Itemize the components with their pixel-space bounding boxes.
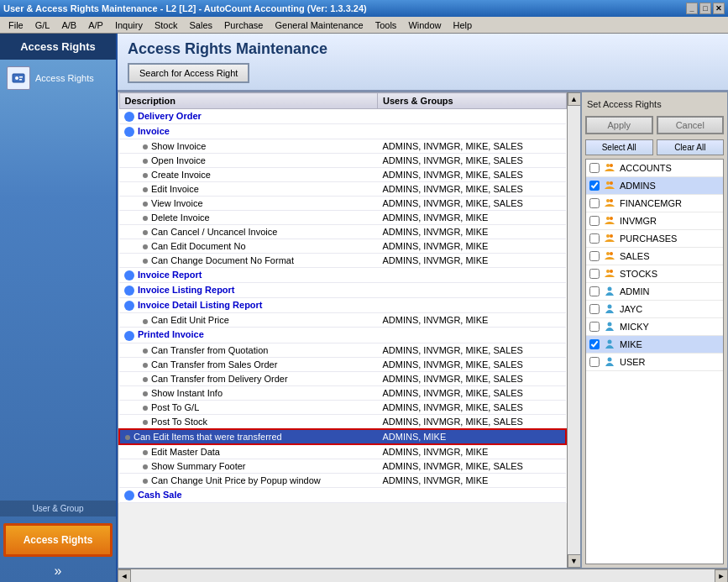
- table-row[interactable]: Can Transfer from Delivery OrderADMINS, …: [119, 371, 566, 385]
- row-users: ADMINS, INVMGR, MIKE, SALES: [377, 197, 566, 211]
- user-checkbox-stocks[interactable]: [589, 269, 600, 279]
- table-row[interactable]: Can Edit Items that were transferredADMI…: [119, 429, 566, 444]
- table-row[interactable]: Show Instant InfoADMINS, INVMGR, MIKE, S…: [119, 385, 566, 400]
- user-checkbox-invmgr[interactable]: [589, 216, 600, 226]
- menu-item-inquiry[interactable]: Inquiry: [110, 18, 148, 32]
- menu-item-stock[interactable]: Stock: [149, 18, 183, 32]
- menu-item-a/p[interactable]: A/P: [83, 18, 108, 32]
- row-description: Can Transfer from Delivery Order: [119, 371, 377, 385]
- scroll-up-btn[interactable]: ▲: [568, 92, 581, 106]
- row-description: Post To Stock: [119, 414, 377, 429]
- select-all-btn[interactable]: Select All: [585, 139, 653, 155]
- menu-item-tools[interactable]: Tools: [370, 18, 402, 32]
- vertical-scrollbar[interactable]: ▲ ▼: [567, 92, 580, 568]
- table-row[interactable]: Show InvoiceADMINS, INVMGR, MIKE, SALES: [119, 139, 566, 154]
- menu-item-file[interactable]: File: [3, 18, 29, 32]
- table-row[interactable]: Can Change Unit Price by Popup windowADM…: [119, 473, 566, 487]
- table-row[interactable]: Delivery Order: [119, 109, 566, 124]
- table-row[interactable]: Invoice Detail Listing Report: [119, 298, 566, 313]
- user-avatar-sales: [603, 249, 616, 263]
- menu-item-a/b[interactable]: A/B: [56, 18, 81, 32]
- search-access-right-btn[interactable]: Search for Access Right: [128, 63, 249, 83]
- menu-item-purchase[interactable]: Purchase: [219, 18, 268, 32]
- user-row-jayc[interactable]: JAYC: [586, 301, 723, 318]
- scroll-left-btn[interactable]: ◄: [118, 569, 131, 583]
- table-row[interactable]: Edit InvoiceADMINS, INVMGR, MIKE, SALES: [119, 182, 566, 197]
- table-row[interactable]: Delete InvoiceADMINS, INVMGR, MIKE: [119, 211, 566, 225]
- sidebar-access-rights-link[interactable]: Access Rights: [0, 60, 116, 97]
- sidebar-access-rights-btn[interactable]: Access Rights: [3, 523, 113, 557]
- user-checkbox-admins[interactable]: [589, 181, 600, 191]
- data-table-wrapper[interactable]: Description Users & Groups Delivery Orde…: [118, 92, 567, 568]
- user-checkbox-jayc[interactable]: [589, 304, 600, 314]
- table-row[interactable]: Open InvoiceADMINS, INVMGR, MIKE, SALES: [119, 154, 566, 168]
- user-row-invmgr[interactable]: INVMGR: [586, 212, 723, 230]
- table-row[interactable]: Printed Invoice: [119, 328, 566, 343]
- user-row-user[interactable]: USER: [586, 354, 723, 371]
- title-bar: User & Access Rights Maintenance - L2 [L…: [0, 0, 728, 17]
- row-users: ADMINS, INVMGR, MIKE: [377, 444, 566, 459]
- table-row[interactable]: Can Edit Document NoADMINS, INVMGR, MIKE: [119, 239, 566, 254]
- svg-point-5: [610, 164, 613, 167]
- user-checkbox-financemgr[interactable]: [589, 198, 600, 208]
- scroll-down-btn[interactable]: ▼: [568, 554, 581, 568]
- table-row[interactable]: Can Transfer from QuotationADMINS, INVMG…: [119, 343, 566, 357]
- user-checkbox-admin[interactable]: [589, 286, 600, 296]
- apply-btn[interactable]: Apply: [585, 116, 653, 134]
- table-row[interactable]: Can Cancel / Uncancel InvoiceADMINS, INV…: [119, 225, 566, 239]
- table-row[interactable]: Post To StockADMINS, INVMGR, MIKE, SALES: [119, 414, 566, 429]
- user-row-admin[interactable]: ADMIN: [586, 283, 723, 301]
- scroll-track[interactable]: [568, 106, 580, 554]
- close-btn[interactable]: ✕: [713, 3, 725, 14]
- user-checkbox-accounts[interactable]: [589, 163, 600, 173]
- menu-item-general-maintenance[interactable]: General Maintenance: [270, 18, 369, 32]
- menu-item-sales[interactable]: Sales: [184, 18, 217, 32]
- svg-point-15: [610, 252, 613, 255]
- maximize-btn[interactable]: □: [699, 3, 711, 14]
- clear-all-btn[interactable]: Clear All: [657, 139, 725, 155]
- user-checkbox-sales[interactable]: [589, 251, 600, 261]
- table-row[interactable]: Can Change Document No FormatADMINS, INV…: [119, 254, 566, 268]
- horizontal-scrollbar[interactable]: ◄ ►: [118, 569, 728, 582]
- row-description: Post To G/L: [119, 400, 377, 414]
- user-checkbox-purchases[interactable]: [589, 233, 600, 244]
- row-description: Can Cancel / Uncancel Invoice: [119, 225, 377, 239]
- table-row[interactable]: Edit Master DataADMINS, INVMGR, MIKE: [119, 444, 566, 459]
- user-checkbox-user[interactable]: [589, 357, 600, 367]
- user-checkbox-micky[interactable]: [589, 322, 600, 332]
- table-row[interactable]: Can Transfer from Sales OrderADMINS, INV…: [119, 357, 566, 371]
- menu-item-help[interactable]: Help: [448, 18, 478, 32]
- user-row-stocks[interactable]: STOCKS: [586, 265, 723, 283]
- table-row[interactable]: Can Edit Unit PriceADMINS, INVMGR, MIKE: [119, 313, 566, 328]
- user-row-purchases[interactable]: PURCHASES: [586, 230, 723, 248]
- window-controls[interactable]: _ □ ✕: [686, 3, 725, 14]
- user-row-accounts[interactable]: ACCOUNTS: [586, 160, 723, 177]
- table-row[interactable]: Cash Sale: [119, 487, 566, 502]
- row-description: Can Edit Document No: [119, 239, 377, 254]
- svg-point-4: [606, 164, 610, 167]
- user-row-financemgr[interactable]: FINANCEMGR: [586, 195, 723, 212]
- menu-item-window[interactable]: Window: [403, 18, 446, 32]
- sidebar-icon-label: Access Rights: [35, 73, 94, 83]
- right-panel-title: Set Access Rights: [585, 96, 724, 113]
- minimize-btn[interactable]: _: [686, 3, 698, 14]
- table-row[interactable]: View InvoiceADMINS, INVMGR, MIKE, SALES: [119, 197, 566, 211]
- user-row-micky[interactable]: MICKY: [586, 318, 723, 336]
- user-row-mike[interactable]: MIKE: [586, 336, 723, 354]
- cancel-btn[interactable]: Cancel: [657, 116, 725, 134]
- table-row[interactable]: Show Summary FooterADMINS, INVMGR, MIKE,…: [119, 459, 566, 473]
- user-avatar-invmgr: [603, 214, 616, 228]
- table-row[interactable]: Post To G/LADMINS, INVMGR, MIKE, SALES: [119, 400, 566, 414]
- scroll-track-h[interactable]: [131, 569, 715, 582]
- scroll-right-btn[interactable]: ►: [715, 569, 728, 583]
- table-row[interactable]: Create InvoiceADMINS, INVMGR, MIKE, SALE…: [119, 168, 566, 182]
- sidebar-arrow[interactable]: »: [0, 560, 116, 582]
- user-row-sales[interactable]: SALES: [586, 248, 723, 265]
- menu-item-g/l[interactable]: G/L: [30, 18, 55, 32]
- table-row[interactable]: Invoice Report: [119, 268, 566, 283]
- table-row[interactable]: Invoice: [119, 124, 566, 139]
- row-description: Invoice: [119, 124, 377, 139]
- table-row[interactable]: Invoice Listing Report: [119, 283, 566, 298]
- user-checkbox-mike[interactable]: [589, 339, 600, 349]
- user-row-admins[interactable]: ADMINS: [586, 177, 723, 195]
